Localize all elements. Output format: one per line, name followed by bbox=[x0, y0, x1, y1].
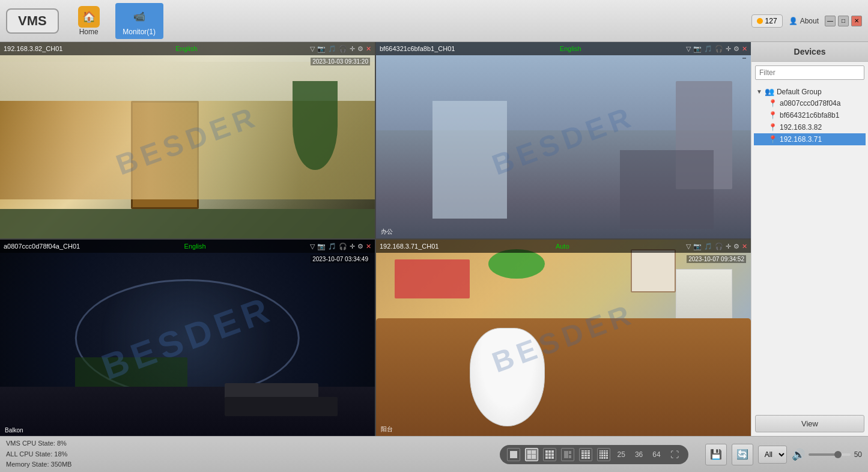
volume-value: 50 bbox=[854, 450, 862, 459]
audio-icon-1[interactable]: 🎵 bbox=[328, 45, 336, 53]
close-button[interactable]: ✕ bbox=[851, 16, 862, 26]
minimize-button[interactable]: — bbox=[825, 16, 836, 26]
camera-icon-4: 📍 bbox=[768, 135, 777, 144]
chevron-down-icon: ▼ bbox=[756, 88, 762, 95]
close-icon-1[interactable]: ✕ bbox=[366, 45, 371, 53]
ptz-icon-3[interactable]: ✛ bbox=[350, 243, 355, 250]
layout-64[interactable]: 64 bbox=[650, 449, 663, 460]
notification-dot bbox=[757, 18, 763, 24]
settings-icon-4[interactable]: ⚙ bbox=[733, 243, 739, 250]
video-icon-2[interactable]: 📷 bbox=[693, 45, 702, 53]
ptz-icon-1[interactable]: ✛ bbox=[350, 45, 355, 53]
headset-icon-2[interactable]: 🎧 bbox=[715, 45, 723, 53]
camera-cell-1[interactable]: 192.168.3.82_CH01 English ▽ 📷 🎵 🎧 ✛ ⚙ ✕ bbox=[0, 42, 375, 238]
devices-sidebar: Devices ▼ 👥 Default Group 📍 a0807ccc0d78… bbox=[751, 42, 868, 436]
camera-icons-3: ▽ 📷 🎵 🎧 ✛ ⚙ ✕ bbox=[310, 243, 371, 250]
layout-3x3[interactable] bbox=[543, 448, 556, 461]
group-icon: 👥 bbox=[765, 87, 774, 96]
camera-header-3: a0807ccc0d78f04a_CH01 English ▽ 📷 🎵 🎧 ✛ … bbox=[0, 240, 375, 253]
group-name: Default Group bbox=[777, 88, 822, 96]
settings-icon-2[interactable]: ⚙ bbox=[733, 45, 739, 53]
about-button[interactable]: 👤 About bbox=[789, 17, 819, 25]
maximize-button[interactable]: □ bbox=[838, 16, 849, 26]
layout-25[interactable]: 25 bbox=[615, 449, 628, 460]
camera-title-1: 192.168.3.82_CH01 bbox=[4, 45, 62, 52]
camera-label-4: 阳台 bbox=[381, 425, 393, 434]
camera-icon-2: 📍 bbox=[768, 111, 777, 120]
camera-title-4: 192.168.3.71_CH01 bbox=[380, 243, 439, 250]
camera-cell-3[interactable]: a0807ccc0d78f04a_CH01 English ▽ 📷 🎵 🎧 ✛ … bbox=[0, 240, 375, 436]
home-icon: 🏠 bbox=[78, 6, 100, 28]
nav-home[interactable]: 🏠 Home bbox=[65, 3, 113, 39]
layout-buttons: 25 36 64 ⛶ bbox=[500, 445, 688, 464]
headset-icon-4[interactable]: 🎧 bbox=[715, 243, 723, 250]
camera-timestamp-3: 2023-10-07 03:34:49 bbox=[311, 255, 370, 263]
camera-timestamp-2 bbox=[742, 58, 746, 59]
refresh-button[interactable]: 🔄 bbox=[732, 444, 753, 465]
camera-title-2: bf664321c6bfa8b1_CH01 bbox=[380, 45, 455, 52]
layout-3x4[interactable] bbox=[579, 448, 592, 461]
triangle-icon-3: ▽ bbox=[310, 243, 315, 250]
filter-input[interactable] bbox=[755, 65, 864, 80]
audio-icon-2[interactable]: 🎵 bbox=[704, 45, 712, 53]
sidebar-title: Devices bbox=[751, 42, 868, 62]
camera-title-3: a0807ccc0d78f04a_CH01 bbox=[4, 243, 80, 250]
layout-1x1[interactable] bbox=[507, 448, 520, 461]
camera-icon-3: 📍 bbox=[768, 123, 777, 132]
camera-header-4: 192.168.3.71_CH01 Auto ▽ 📷 🎵 🎧 ✛ ⚙ ✕ bbox=[376, 240, 751, 253]
cpu-status: VMS CPU State: 8% bbox=[6, 438, 96, 449]
status-panel: VMS CPU State: 8% ALL CPU State: 18% Mem… bbox=[6, 438, 96, 470]
settings-icon-3[interactable]: ⚙ bbox=[357, 243, 363, 250]
close-icon-2[interactable]: ✕ bbox=[742, 45, 747, 53]
volume-slider[interactable] bbox=[809, 453, 851, 456]
snapshot-button[interactable]: 💾 bbox=[705, 444, 727, 465]
device-group: ▼ 👥 Default Group 📍 a0807ccc0d78f04a 📍 b… bbox=[754, 86, 866, 145]
camera-lang-3: English bbox=[184, 243, 206, 250]
camera-lang-2: English bbox=[560, 45, 581, 52]
video-icon-1[interactable]: 📷 bbox=[317, 45, 326, 53]
camera-body-1 bbox=[0, 42, 375, 238]
titlebar: VMS 🏠 Home 📹 Monitor(1) 127 👤 About — □ … bbox=[0, 0, 868, 42]
audio-icon-3[interactable]: 🎵 bbox=[328, 243, 336, 250]
camera-body-4 bbox=[376, 240, 751, 436]
device-item-4[interactable]: 📍 192.168.3.71 bbox=[754, 133, 866, 145]
device-item-3[interactable]: 📍 192.168.3.82 bbox=[754, 121, 866, 133]
device-item-2[interactable]: 📍 bf664321c6bfa8b1 bbox=[754, 109, 866, 121]
right-controls: 💾 🔄 All bbox=[705, 444, 787, 465]
notification-badge[interactable]: 127 bbox=[751, 14, 783, 28]
fullscreen-button[interactable]: ⛶ bbox=[668, 448, 681, 461]
camera-body-3 bbox=[0, 240, 375, 436]
person-icon: 👤 bbox=[789, 17, 798, 25]
camera-cell-2[interactable]: bf664321c6bfa8b1_CH01 English ▽ 📷 🎵 🎧 ✛ … bbox=[376, 42, 751, 238]
stream-select[interactable]: All bbox=[758, 446, 787, 464]
headset-icon-3[interactable]: 🎧 bbox=[339, 243, 347, 250]
camera-lang-4: Auto bbox=[556, 243, 569, 250]
group-header[interactable]: ▼ 👥 Default Group bbox=[754, 86, 866, 97]
camera-label-2: 办公 bbox=[381, 228, 393, 236]
camera-timestamp-1: 2023-10-03 09:31:20 bbox=[311, 58, 370, 65]
close-icon-3[interactable]: ✕ bbox=[366, 243, 371, 250]
headset-icon-1[interactable]: 🎧 bbox=[339, 45, 347, 53]
audio-icon-4[interactable]: 🎵 bbox=[704, 243, 712, 250]
view-button[interactable]: View bbox=[755, 415, 864, 432]
settings-icon-1[interactable]: ⚙ bbox=[357, 45, 363, 53]
volume-control: 🔊 50 bbox=[792, 448, 862, 461]
ptz-icon-2[interactable]: ✛ bbox=[726, 45, 731, 53]
camera-header-1: 192.168.3.82_CH01 English ▽ 📷 🎵 🎧 ✛ ⚙ ✕ bbox=[0, 42, 375, 55]
nav-monitor[interactable]: 📹 Monitor(1) bbox=[115, 3, 163, 39]
triangle-icon-1: ▽ bbox=[310, 45, 315, 53]
video-icon-4[interactable]: 📷 bbox=[693, 243, 702, 250]
camera-icons-2: ▽ 📷 🎵 🎧 ✛ ⚙ ✕ bbox=[686, 45, 747, 53]
device-item-1[interactable]: 📍 a0807ccc0d78f04a bbox=[754, 97, 866, 109]
layout-2plus4[interactable] bbox=[561, 448, 574, 461]
memory-status: Memory State: 350MB bbox=[6, 459, 96, 470]
layout-4x4[interactable] bbox=[597, 448, 610, 461]
camera-grid: 192.168.3.82_CH01 English ▽ 📷 🎵 🎧 ✛ ⚙ ✕ bbox=[0, 42, 751, 436]
titlebar-right: 127 👤 About — □ ✕ bbox=[751, 0, 862, 41]
video-icon-3[interactable]: 📷 bbox=[317, 243, 326, 250]
camera-cell-4[interactable]: 192.168.3.71_CH01 Auto ▽ 📷 🎵 🎧 ✛ ⚙ ✕ bbox=[376, 240, 751, 436]
layout-36[interactable]: 36 bbox=[633, 449, 645, 460]
close-icon-4[interactable]: ✕ bbox=[742, 243, 747, 250]
layout-2x2[interactable] bbox=[525, 448, 538, 461]
ptz-icon-4[interactable]: ✛ bbox=[726, 243, 731, 250]
